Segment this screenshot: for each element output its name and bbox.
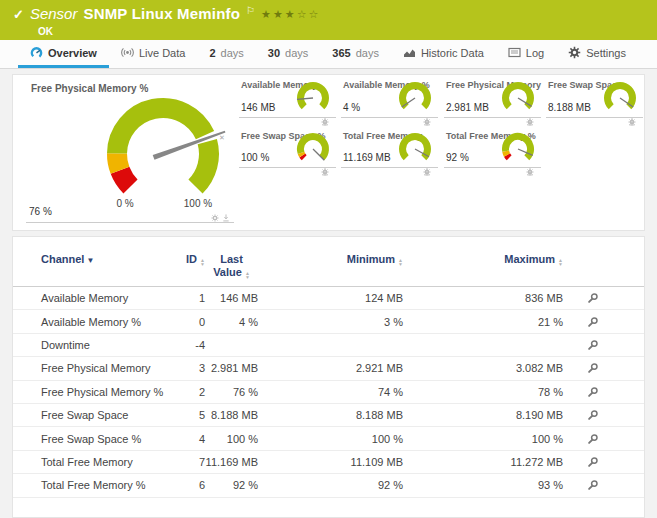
wrench-icon: [587, 316, 599, 328]
cell-maximum: 3.082 MB: [403, 362, 563, 374]
cell-channel[interactable]: Downtime: [41, 339, 171, 351]
chart-icon: [403, 47, 416, 58]
channel-settings-button[interactable]: [563, 339, 623, 351]
table-row: Total Free Memory711.169 MB11.109 MB11.2…: [13, 451, 644, 474]
sort-caret-icon: ▼: [86, 256, 94, 265]
column-header-id[interactable]: ID▲▼: [171, 253, 205, 266]
channel-settings-button[interactable]: [563, 362, 623, 374]
gauge-tile-total-free-memory: Total Free Memory11.169 MB: [341, 128, 438, 168]
cell-channel[interactable]: Free Physical Memory %: [41, 386, 171, 398]
cell-maximum: 8.190 MB: [403, 409, 563, 421]
channel-settings-button[interactable]: [563, 409, 623, 421]
tab-bar: OverviewLive Data2days30days365daysHisto…: [0, 40, 657, 69]
gauge-dial: [397, 132, 433, 166]
cell-last-value: 100 %: [205, 433, 258, 445]
gauge-tile-available-memory-pct: Available Memory %4 %: [341, 77, 438, 118]
tab-30-days[interactable]: 30days: [256, 40, 321, 68]
cell-minimum: 11.109 MB: [258, 456, 403, 468]
tab-overview[interactable]: Overview: [18, 40, 109, 68]
wrench-icon: [587, 386, 599, 398]
gauge-dial: [295, 132, 331, 166]
tab-number: 2: [209, 47, 215, 59]
cell-id: 5: [171, 409, 205, 421]
gauge-icon: [30, 46, 43, 59]
cell-last-value: 146 MB: [205, 292, 258, 304]
tab-number: 30: [268, 47, 280, 59]
cell-channel[interactable]: Available Memory: [41, 292, 171, 304]
cell-channel[interactable]: Free Swap Space %: [41, 433, 171, 445]
pin-icon: [321, 168, 329, 176]
flag-icon[interactable]: ⚐: [246, 2, 255, 19]
cell-id: -4: [171, 339, 205, 351]
cell-maximum: 836 MB: [403, 292, 563, 304]
tab-label: Settings: [586, 47, 626, 59]
cell-last-value: 8.188 MB: [205, 409, 258, 421]
wrench-icon: [587, 456, 599, 468]
channel-settings-button[interactable]: [563, 316, 623, 328]
cell-maximum: 100 %: [403, 433, 563, 445]
tab-number: 365: [332, 47, 350, 59]
column-header-maximum[interactable]: Maximum▲▼: [403, 253, 563, 266]
gauge-value: 92 %: [446, 152, 469, 163]
gauge-value: 2.981 MB: [446, 102, 489, 113]
pin-icon: [222, 214, 230, 222]
sensor-kind-label: Sensor: [30, 5, 78, 22]
cell-last-value: 2.981 MB: [205, 362, 258, 374]
gauge-value: 100 %: [241, 152, 269, 163]
main-gauge-actions: [211, 208, 230, 226]
tab-settings[interactable]: Settings: [556, 40, 638, 68]
tab-live-data[interactable]: Live Data: [109, 40, 197, 68]
cell-channel[interactable]: Available Memory %: [41, 316, 171, 328]
table-row: Available Memory1146 MB124 MB836 MB: [13, 287, 644, 310]
priority-stars[interactable]: ★★★☆☆: [261, 6, 320, 23]
cell-id: 2: [171, 386, 205, 398]
gauge-settings-button[interactable]: [211, 208, 219, 226]
column-header-channel[interactable]: Channel▼: [41, 253, 171, 265]
cell-id: 7: [171, 456, 205, 468]
cell-maximum: 21 %: [403, 316, 563, 328]
channel-settings-button[interactable]: [563, 479, 623, 491]
channel-table-header: Channel▼ID▲▼LastValue▲▼Minimum▲▼Maximum▲…: [13, 237, 644, 287]
channel-settings-button[interactable]: [563, 292, 623, 304]
cell-channel[interactable]: Total Free Memory: [41, 456, 171, 468]
gauge-value: 8.188 MB: [548, 102, 591, 113]
gauge-tile-free-physical-memory: Free Physical Memory2.981 MB: [444, 77, 541, 118]
main-gauge-scale-min: 0 %: [109, 198, 141, 209]
cell-channel[interactable]: Total Free Memory %: [41, 479, 171, 491]
channel-settings-button[interactable]: [563, 386, 623, 398]
tab-log[interactable]: Log: [496, 40, 556, 68]
table-row: Free Physical Memory %276 %74 %78 %: [13, 381, 644, 404]
column-header-last-value[interactable]: LastValue▲▼: [205, 253, 258, 279]
sort-icon: ▲▼: [245, 271, 250, 279]
channel-settings-button[interactable]: [563, 433, 623, 445]
channel-table-body: Available Memory1146 MB124 MB836 MBAvail…: [13, 287, 644, 498]
tab-label: Historic Data: [421, 47, 484, 59]
channel-table-panel: Channel▼ID▲▼LastValue▲▼Minimum▲▼Maximum▲…: [12, 236, 645, 518]
gauge-value: 146 MB: [241, 102, 275, 113]
wrench-icon: [587, 362, 599, 374]
gear-icon: [568, 46, 581, 59]
cell-channel[interactable]: Free Physical Memory: [41, 362, 171, 374]
gauge-tile-free-swap-space-pct: Free Swap Space %100 %: [239, 128, 336, 168]
tab-label: days: [221, 47, 244, 59]
tab-historic-data[interactable]: Historic Data: [391, 40, 496, 68]
cell-channel[interactable]: Free Swap Space: [41, 409, 171, 421]
cell-last-value: 76 %: [205, 386, 258, 398]
gauge-peak-marker: ✕: [219, 134, 225, 142]
channel-settings-button[interactable]: [563, 456, 623, 468]
gauge-pin-button[interactable]: [222, 208, 230, 226]
cell-maximum: 93 %: [403, 479, 563, 491]
column-header-minimum[interactable]: Minimum▲▼: [258, 253, 403, 266]
cell-maximum: 78 %: [403, 386, 563, 398]
wrench-icon: [587, 292, 599, 304]
pin-icon: [321, 118, 329, 126]
cell-minimum: 8.188 MB: [258, 409, 403, 421]
wrench-icon: [587, 479, 599, 491]
table-row: Available Memory %04 %3 %21 %: [13, 310, 644, 333]
cell-minimum: 2.921 MB: [258, 362, 403, 374]
tab-2-days[interactable]: 2days: [197, 40, 255, 68]
tab-365-days[interactable]: 365days: [320, 40, 391, 68]
gauge-value: 11.169 MB: [343, 152, 391, 163]
gauges-panel: Free Physical Memory % 0 % 100 % ✕ 76 % …: [12, 74, 645, 231]
gauge-dial: [295, 81, 331, 115]
